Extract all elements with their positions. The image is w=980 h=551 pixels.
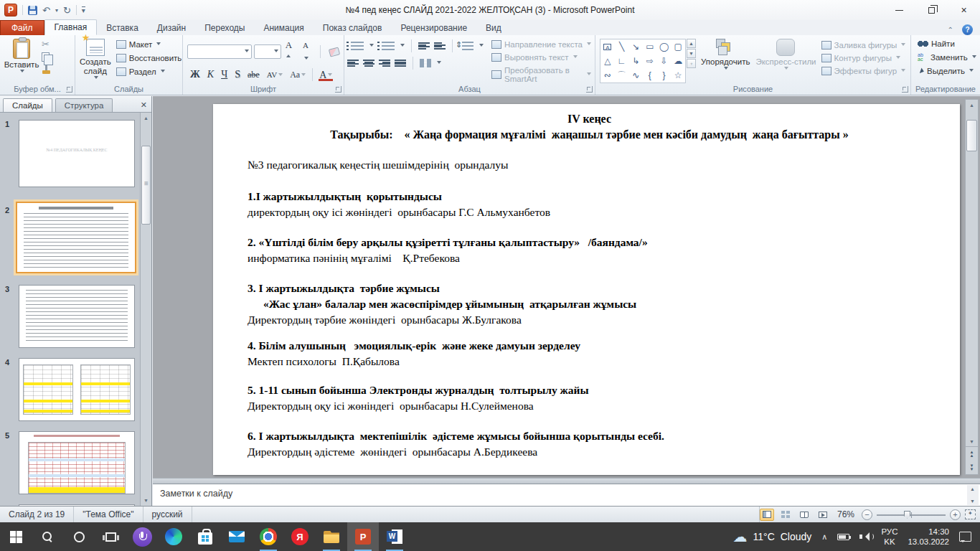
decrease-indent-icon[interactable] (418, 42, 430, 50)
font-color-button[interactable]: А (316, 68, 335, 82)
clipboard-dialog-launcher-icon[interactable] (66, 86, 72, 93)
chrome-button[interactable] (253, 522, 284, 551)
star-shape-icon[interactable]: ☆ (671, 68, 685, 83)
quick-styles-button[interactable]: Экспресс-стили (753, 37, 819, 83)
underline-button[interactable]: Ч (218, 67, 230, 82)
change-case-button[interactable]: Aa (287, 67, 308, 82)
mail-button[interactable] (221, 522, 253, 551)
shapes-more-icon[interactable]: ⍖ (687, 59, 696, 68)
redo-icon[interactable]: ↻ (63, 6, 71, 15)
rounded-rectangle-shape-icon[interactable]: ▢ (671, 39, 685, 54)
scroll-thumb[interactable] (966, 120, 977, 151)
elbow-arrow-shape-icon[interactable]: ↳ (628, 54, 643, 68)
notes-scrollbar[interactable]: ▲ ▼ (967, 485, 979, 505)
justify-icon[interactable] (395, 59, 406, 67)
save-icon[interactable] (28, 6, 37, 15)
strikethrough-button[interactable]: abe (245, 67, 263, 82)
speaker-icon[interactable] (859, 532, 871, 541)
reset-button[interactable]: Восстановить (114, 52, 184, 64)
tab-animations[interactable]: Анимация (254, 21, 313, 35)
cut-icon[interactable]: ✂ (42, 40, 51, 49)
file-explorer-button[interactable] (316, 522, 347, 551)
edge-button[interactable] (158, 522, 189, 551)
triangle-shape-icon[interactable]: △ (600, 54, 615, 68)
notes-pane[interactable]: Заметки к слайду ▲ ▼ (153, 484, 980, 506)
text-shadow-button[interactable]: S (232, 67, 243, 82)
right-brace-shape-icon[interactable]: } (657, 68, 672, 83)
columns-icon[interactable] (420, 59, 431, 67)
zoom-level[interactable]: 76% (834, 509, 857, 519)
tab-view[interactable]: Вид (476, 21, 511, 35)
paragraph-dialog-launcher-icon[interactable] (586, 86, 593, 93)
notes-splitter[interactable] (153, 478, 980, 484)
numbering-icon[interactable] (382, 42, 395, 50)
italic-button[interactable]: К (204, 67, 217, 82)
tab-design[interactable]: Дизайн (148, 21, 195, 35)
left-brace-shape-icon[interactable]: { (643, 68, 657, 83)
language-switcher[interactable]: РУС KK (881, 527, 897, 547)
previous-slide-button[interactable]: ▲▲ (966, 447, 978, 461)
font-size-combo[interactable] (254, 44, 281, 59)
paste-button[interactable]: Вставить (1, 37, 42, 83)
tab-outline-pane[interactable]: Структура (55, 98, 113, 112)
slide-thumbnail-1[interactable]: 1 №4 ПЕДАГОГИКАЛЫҚ КЕҢЕС (0, 118, 140, 190)
tab-transitions[interactable]: Переходы (195, 21, 254, 35)
battery-icon[interactable] (837, 534, 849, 540)
fit-slide-to-window-button[interactable] (965, 509, 976, 519)
zoom-in-button[interactable]: + (950, 509, 961, 520)
store-button[interactable] (189, 522, 221, 551)
bullets-icon[interactable] (351, 42, 364, 50)
shapes-scroll-down-icon[interactable]: ▼ (687, 49, 696, 58)
copy-icon[interactable] (42, 52, 50, 62)
panel-scroll-up-icon[interactable]: ▲ (142, 114, 150, 122)
convert-smartart-button[interactable]: Преобразовать в SmartArt (489, 65, 593, 85)
find-button[interactable]: Найти (915, 38, 979, 50)
notes-placeholder[interactable]: Заметки к слайду (153, 484, 980, 499)
clock[interactable]: 14:30 13.03.2022 (908, 527, 949, 547)
restore-button[interactable] (915, 1, 948, 19)
new-slide-button[interactable]: Создать слайд (77, 37, 114, 83)
slide-counter[interactable]: Слайд 2 из 19 (0, 507, 74, 522)
grow-font-button[interactable]: A (283, 39, 298, 65)
show-hidden-icons-chevron[interactable]: ∧ (821, 532, 827, 542)
panel-scroll-thumb[interactable] (141, 146, 151, 225)
right-arrow-shape-icon[interactable]: ⇨ (643, 54, 657, 68)
powerpoint-app-icon[interactable]: P (4, 4, 17, 17)
slide-canvas[interactable]: IV кеңес Тақырыбы: « Жаңа формация мұғал… (213, 104, 960, 475)
tab-slideshow[interactable]: Показ слайдов (314, 21, 392, 35)
reading-view-button[interactable] (797, 509, 811, 521)
powerpoint-taskbar-button[interactable]: P (347, 522, 379, 551)
down-arrow-shape-icon[interactable]: ⇩ (657, 54, 672, 68)
normal-view-button[interactable] (760, 509, 774, 521)
scroll-up-icon[interactable]: ▲ (968, 101, 976, 109)
shapes-gallery[interactable]: A ╲ ↘ ▭ ◯ ▢ △ ∟ ↳ ⇨ ⇩ ☁ ∾ ⌒ ∿ { } ☆ (600, 39, 686, 83)
notes-scroll-up-icon[interactable]: ▲ (969, 485, 976, 493)
shapes-scroll-up-icon[interactable]: ▲ (687, 39, 696, 48)
shape-fill-button[interactable]: Заливка фигуры (819, 39, 908, 51)
voice-recorder-button[interactable] (126, 522, 158, 551)
slide-thumbnail-2-selected[interactable]: 2 (0, 200, 140, 276)
align-center-icon[interactable] (363, 59, 374, 67)
oval-shape-icon[interactable]: ◯ (657, 39, 672, 54)
curve-shape-icon[interactable]: ∿ (628, 68, 643, 83)
customize-qat-icon[interactable]: ▾ (82, 6, 85, 14)
clear-formatting-icon[interactable] (329, 47, 341, 57)
select-button[interactable]: Выделить (915, 65, 979, 77)
font-dialog-launcher-icon[interactable] (335, 86, 341, 93)
word-taskbar-button[interactable]: W (379, 522, 410, 551)
slide-scrollbar[interactable]: ▲ ▼ ▲▲ ▼▼ (965, 99, 979, 475)
next-slide-button[interactable]: ▼▼ (966, 461, 978, 474)
help-icon[interactable]: ? (962, 24, 973, 35)
action-center-icon[interactable] (959, 532, 971, 542)
minimize-button[interactable] (883, 1, 915, 19)
text-direction-button[interactable]: Направление текста (489, 39, 593, 50)
increase-indent-icon[interactable] (434, 42, 446, 50)
shape-effects-button[interactable]: Эффекты фигур (819, 65, 908, 77)
tab-file[interactable]: Файл (0, 20, 44, 35)
line-shape-icon[interactable]: ╲ (615, 39, 629, 54)
zoom-out-button[interactable]: − (862, 509, 872, 520)
zoom-slider-thumb[interactable] (904, 511, 910, 519)
slide-sorter-view-button[interactable] (778, 509, 793, 521)
panel-scrollbar[interactable]: ▲ ▼ (140, 113, 151, 506)
replace-button[interactable]: abacЗаменить (915, 52, 979, 63)
